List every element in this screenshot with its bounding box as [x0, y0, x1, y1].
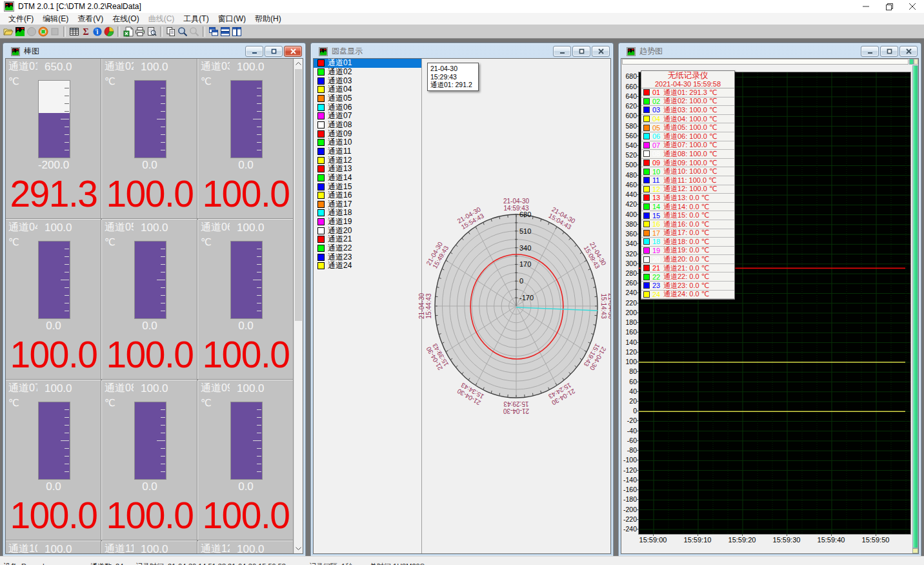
export-excel-icon[interactable]	[123, 26, 134, 37]
tile-horizontal-icon[interactable]	[219, 26, 231, 37]
bar-window-minimize-button[interactable]	[245, 46, 263, 57]
toolbar-separator	[117, 26, 120, 37]
menu-item-8[interactable]: 帮助(H)	[250, 13, 286, 25]
start-acquire-icon[interactable]	[37, 26, 49, 37]
info-icon[interactable]: i	[92, 26, 103, 37]
gauge-tick	[65, 448, 69, 449]
trend-y-label: 0	[621, 407, 637, 415]
gauge-tick	[157, 440, 165, 441]
menu-item-7[interactable]: 窗口(W)	[214, 13, 250, 25]
data-table-icon[interactable]	[68, 26, 80, 37]
trend-y-label: 180	[621, 318, 637, 326]
toolbar-separator	[203, 26, 205, 37]
menu-item-6[interactable]: 工具(T)	[179, 13, 213, 25]
gauge-max-value: 100.0	[141, 61, 168, 74]
print-icon[interactable]	[134, 26, 146, 37]
disc-window-minimize-button[interactable]	[553, 46, 571, 57]
polar-time-label: 21-04-3015:44:43	[418, 293, 432, 319]
bar-window-scrollbar[interactable]	[294, 59, 303, 553]
gauge-tick	[257, 88, 261, 88]
legend-channel-number: 24	[652, 291, 661, 298]
trend-y-label: 560	[621, 132, 637, 139]
sigma-sum-icon[interactable]: Σ	[80, 26, 92, 37]
gauge-tick	[65, 142, 69, 143]
menu-item-2[interactable]: 编辑(E)	[38, 13, 73, 25]
svg-text:21-04-30: 21-04-30	[418, 293, 425, 319]
app-icon	[4, 1, 14, 12]
svg-text:i: i	[97, 28, 99, 36]
trend-window-titlebar[interactable]: 趋势图	[621, 45, 919, 58]
print-preview-icon[interactable]	[146, 26, 157, 37]
menu-item-5[interactable]: 曲线(C)	[144, 13, 179, 25]
trend-y-tick	[637, 342, 639, 343]
trend-y-label: 140	[621, 338, 637, 346]
disc-window-close-button[interactable]	[592, 46, 610, 57]
trend-x-label: 15:59:40	[812, 536, 850, 544]
gauge-track	[230, 402, 263, 480]
trend-window-restore-button[interactable]	[880, 46, 898, 57]
trend-y-label: 620	[621, 102, 637, 110]
gauge-tick	[61, 119, 69, 119]
trend-window-minimize-button[interactable]	[861, 46, 879, 57]
gauge-tick	[65, 96, 69, 96]
trend-horizontal-scrollbar[interactable]	[622, 59, 909, 65]
trend-y-tick	[637, 283, 639, 283]
gauge-tick	[161, 464, 165, 464]
menu-item-3[interactable]: 查看(V)	[73, 13, 108, 25]
trend-scroll-button-bottom[interactable]	[912, 548, 918, 553]
window-restore-button[interactable]	[878, 0, 901, 13]
trend-y-label: -240	[621, 525, 637, 533]
trend-scroll-button-pale[interactable]	[914, 59, 918, 65]
gauge-tick	[161, 433, 165, 433]
pie-chart-icon[interactable]	[103, 26, 115, 37]
gauge-tick	[253, 440, 261, 441]
trend-y-label: -20	[621, 416, 637, 424]
legend-channel-number: 01	[652, 88, 661, 96]
trend-y-tick	[637, 411, 639, 411]
legend-color-swatch	[643, 107, 650, 113]
bar-window-restore-button[interactable]	[265, 46, 283, 57]
bar-window-content: 通道01650.0℃-200.0291.3通道02100.0℃0.0100.0通…	[5, 58, 303, 554]
menu-item-4[interactable]: 在线(O)	[108, 13, 143, 25]
cascade-windows-icon[interactable]	[208, 26, 219, 37]
trend-window-close-button[interactable]	[899, 46, 918, 57]
legend-channel-number: 12	[652, 185, 661, 193]
gauge-unit: ℃	[105, 397, 115, 409]
trend-scroll-button-green[interactable]	[909, 59, 914, 65]
gauge-track	[38, 402, 70, 480]
gauge-min-value: 0.0	[6, 480, 101, 493]
scroll-up-icon[interactable]	[294, 59, 303, 68]
disc-display-window: 圆盘显示 通道01通道02通道03通道04通道05通道06通道07通道08通道0…	[310, 43, 614, 556]
disc-window-restore-button[interactable]	[572, 46, 590, 57]
scroll-down-icon[interactable]	[294, 544, 303, 553]
gauge-tick	[257, 150, 261, 150]
open-folder-icon[interactable]	[3, 26, 14, 37]
gauge-tick	[257, 111, 261, 112]
bar-window-close-button[interactable]	[284, 46, 302, 57]
trend-y-tick	[637, 460, 639, 460]
bar-gauge-cell-通道11: 通道11100.0℃0.0100.0	[102, 541, 197, 554]
legend-color-swatch	[643, 291, 650, 298]
menu-item-1[interactable]: 文件(F)	[4, 13, 38, 25]
window-minimize-button[interactable]	[854, 0, 878, 13]
gauge-tick	[65, 127, 69, 127]
trend-vertical-scrollbar[interactable]	[912, 65, 918, 548]
gauge-tick	[257, 127, 261, 127]
bar-window-titlebar[interactable]: 棒图	[5, 45, 303, 58]
gauge-tick	[161, 111, 165, 112]
record-circle-icon	[26, 26, 37, 37]
value-tooltip: 21-04-30 15:29:43 通道01: 291.2	[427, 63, 479, 91]
legend-channel-number: 04	[652, 115, 661, 123]
polar-chart: 6805103401700-17021-04-3014:59:4321-04-3…	[314, 59, 610, 553]
copy-icon[interactable]	[165, 26, 177, 37]
bar-gauge-cell-通道01: 通道01650.0℃-200.0291.3	[6, 59, 101, 218]
zoom-icon[interactable]	[177, 26, 188, 37]
scrollbar-thumb[interactable]	[295, 69, 302, 321]
trend-y-label: -120	[621, 466, 637, 474]
disc-window-titlebar[interactable]: 圆盘显示	[313, 45, 611, 58]
gauge-max-value: 650.0	[45, 61, 72, 74]
svg-text:14:59:43: 14:59:43	[504, 205, 529, 212]
window-close-button[interactable]	[901, 0, 924, 13]
realtime-data-icon[interactable]	[14, 26, 26, 37]
tile-vertical-icon[interactable]	[231, 26, 243, 37]
